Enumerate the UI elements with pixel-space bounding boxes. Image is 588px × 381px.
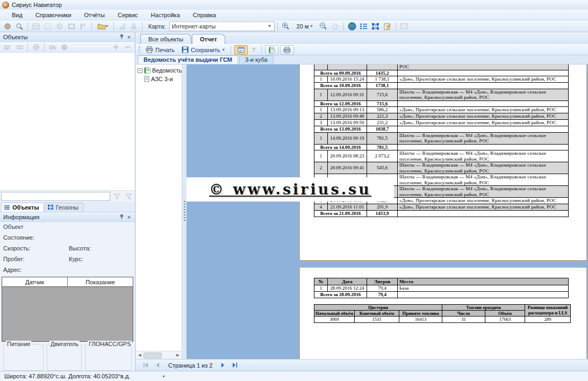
map-select-button[interactable] (42, 21, 53, 31)
close-icon[interactable]: × (125, 213, 133, 221)
objects-list[interactable] (0, 53, 135, 191)
show-on-map-button[interactable] (31, 42, 41, 52)
binoculars-button[interactable] (14, 42, 25, 52)
scroll-left-icon[interactable]: ◀ (136, 352, 144, 359)
prev-page-button[interactable] (152, 361, 163, 370)
globe-small-icon (56, 23, 63, 30)
tree-node-azs[interactable]: АЗС 3-и (138, 75, 182, 83)
zoom-scale-combo[interactable]: 20 м ▾ (292, 21, 317, 31)
print-button[interactable]: Печать (143, 45, 177, 55)
collapse-icon[interactable]: − (138, 68, 142, 73)
menu-nastroyka[interactable]: Настройка (145, 11, 187, 19)
first-page-icon (143, 363, 149, 368)
map-combo[interactable]: Интернет-карты ▼ (169, 21, 275, 31)
map-frame-icon (32, 23, 40, 30)
geofence-button[interactable] (370, 21, 381, 31)
report-cell (398, 211, 569, 217)
globe-button[interactable] (347, 21, 357, 31)
report-cell (314, 64, 328, 70)
tree-node-azs-label: АЗС 3-и (151, 76, 173, 82)
watermark-text: © www.sirius.su (209, 181, 371, 198)
report-row: 313.09.2016 09:50231,2«Дон», Пролетарско… (314, 120, 569, 126)
tab-geozones[interactable]: Геозоны (45, 203, 83, 212)
print-preview-button[interactable] (280, 45, 294, 55)
home-button[interactable] (330, 21, 341, 31)
zoom-out-button[interactable] (318, 21, 329, 31)
scrollbar-thumb[interactable] (144, 353, 162, 358)
toolbar-grip[interactable] (138, 46, 140, 54)
objects-panel-header: Объекты × (0, 32, 135, 42)
tree-node-vedomost[interactable]: − Ведомость (138, 66, 182, 75)
report-cell: «Дон», Пролетарское сельское поселение, … (398, 204, 569, 211)
truck-button[interactable] (47, 42, 58, 52)
report-cell: Шахты — Владимировская — М4 «Дон», Влади… (398, 186, 569, 198)
report-viewer[interactable]: РОСВсего за 09.09.20161435,2110.09.2016 … (187, 64, 588, 359)
menu-servis[interactable]: Сервис (111, 11, 145, 19)
chevron-down-icon[interactable]: ▾ (162, 374, 164, 379)
help-button[interactable]: ? (249, 45, 258, 55)
splitter-handle[interactable] (182, 64, 187, 359)
tab-report[interactable]: Отчет (192, 34, 225, 44)
tab-3i-kuba[interactable]: 3-и куба (239, 55, 274, 64)
tab-all-objects[interactable]: Все объекты (140, 34, 191, 44)
ruler-button[interactable] (117, 21, 127, 31)
last-page-button[interactable] (230, 361, 240, 370)
parameters-toggle-button[interactable] (234, 45, 248, 55)
first-page-button[interactable] (140, 361, 151, 370)
vehicle-add-icon (4, 44, 11, 50)
report-cell: 2 (314, 162, 328, 174)
report-row: Всего за 10.09.20161738,1 (314, 83, 569, 89)
sensor-col-value[interactable]: Показание (68, 277, 133, 286)
filter-clear-button[interactable] (123, 192, 134, 202)
object-list-button[interactable] (358, 21, 369, 31)
tab-objects[interactable]: Объекты (1, 203, 44, 212)
menu-spravka[interactable]: Справка (187, 11, 223, 19)
save-button[interactable]: Сохранить ▾ (179, 45, 227, 55)
sensor-table: Датчик Показание (2, 277, 133, 342)
zoom-region-button[interactable] (14, 21, 25, 31)
print-label: Печать (155, 47, 175, 53)
plus-icon (113, 44, 119, 50)
zoom-in-button[interactable] (281, 21, 291, 31)
route-flag-button[interactable] (78, 21, 89, 31)
report-cell: 715,6 (367, 89, 398, 100)
folder-button[interactable]: ▾ (95, 21, 111, 31)
report-cell: 1038,7 (367, 126, 398, 133)
sphere-button[interactable] (59, 42, 70, 52)
menu-spravochniki[interactable]: Справочники (29, 11, 78, 19)
pin-icon[interactable] (118, 33, 125, 41)
tab-3i-kuba-label: 3-и куба (245, 56, 268, 63)
globe-small-button[interactable] (54, 21, 65, 31)
copier-icon (283, 47, 291, 53)
map-frame-button[interactable] (31, 21, 41, 31)
pin-icon[interactable] (118, 213, 125, 221)
report-cell: 1 738,1 (367, 76, 398, 83)
report-row: Всего за 14.09.2016781,5 (314, 144, 569, 150)
summary-value-cell: 16413 (399, 316, 442, 322)
book-view-button[interactable] (265, 45, 278, 55)
remove-button[interactable] (122, 42, 133, 52)
next-page-button[interactable] (218, 361, 228, 370)
report-cell: 1453,9 (367, 211, 398, 217)
mail-button[interactable] (399, 21, 410, 31)
object-filter-input[interactable] (1, 192, 110, 201)
pan-tool-button[interactable] (2, 21, 13, 31)
close-icon[interactable]: × (125, 33, 133, 41)
add-button[interactable] (110, 42, 121, 52)
summary-value-cell: 3069 (314, 316, 355, 322)
filter-apply-button[interactable] (111, 192, 122, 202)
report-cell: 20.09.2016 09:41 (328, 162, 367, 174)
report-row: 120.09.2016 08:232 073,2Шахты — Владимир… (314, 150, 569, 162)
printer-icon (146, 46, 153, 53)
add-vehicle-button[interactable] (2, 42, 13, 52)
report-cell: Шахты — Владимировская — М4 «Дон», Влади… (398, 89, 569, 100)
scroll-right-icon[interactable]: ▶ (174, 352, 182, 359)
stamp-button[interactable] (128, 21, 139, 31)
frame-button[interactable] (66, 21, 77, 31)
tab-vedomost-gsm[interactable]: Ведомость учёта выдачи ГСМ (138, 55, 238, 64)
sensor-col-name[interactable]: Датчик (2, 277, 68, 286)
menu-vid[interactable]: Вид (5, 11, 29, 19)
notes-button[interactable] (382, 21, 393, 31)
tree-hscrollbar[interactable]: ◀ ▶ (136, 351, 182, 359)
menu-otchety[interactable]: Отчёты (78, 11, 111, 19)
